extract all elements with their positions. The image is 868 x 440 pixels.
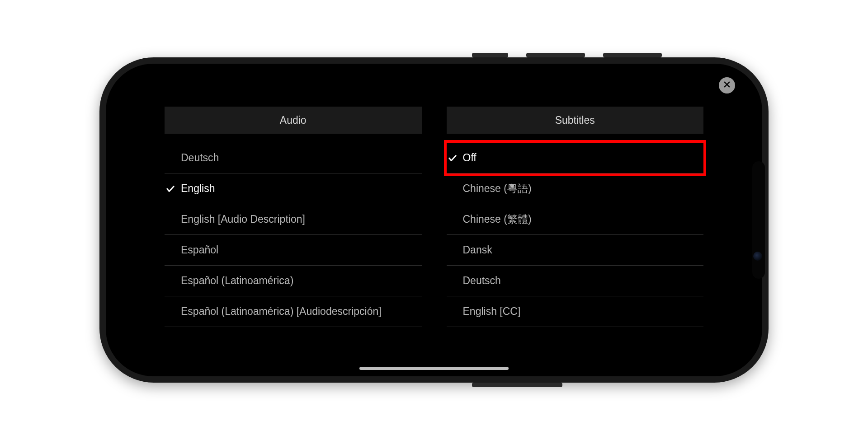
- phone-frame: Audio DeutschEnglishEnglish [Audio Descr…: [99, 57, 769, 383]
- audio-column: Audio DeutschEnglishEnglish [Audio Descr…: [165, 107, 422, 358]
- audio-option[interactable]: Deutsch: [165, 143, 422, 173]
- notch: [752, 161, 765, 279]
- camera-lens: [753, 252, 762, 261]
- side-button: [472, 53, 508, 57]
- close-icon: [723, 80, 731, 90]
- screen: Audio DeutschEnglishEnglish [Audio Descr…: [106, 64, 762, 376]
- audio-header: Audio: [165, 107, 422, 134]
- subtitle-options-list: OffChinese (粵語)Chinese (繁體)DanskDeutschE…: [447, 143, 704, 327]
- audio-option[interactable]: Español (Latinoamérica): [165, 266, 422, 296]
- subtitle-option-label: Deutsch: [463, 275, 501, 287]
- subtitle-option[interactable]: Deutsch: [447, 266, 704, 296]
- audio-option-label: Español (Latinoamérica): [181, 275, 293, 287]
- audio-option-label: Español (Latinoamérica) [Audiodescripció…: [181, 305, 382, 318]
- audio-option[interactable]: English [Audio Description]: [165, 204, 422, 235]
- volume-up-button: [526, 53, 585, 57]
- audio-option-label: English [Audio Description]: [181, 213, 305, 225]
- audio-option[interactable]: Español: [165, 235, 422, 266]
- subtitle-option-label: English [CC]: [463, 305, 521, 318]
- home-indicator: [359, 367, 509, 370]
- subtitle-option-label: Chinese (繁體): [463, 212, 532, 226]
- subtitles-header-label: Subtitles: [555, 114, 595, 126]
- subtitle-option[interactable]: Chinese (繁體): [447, 204, 704, 235]
- subtitle-option-label: Off: [463, 152, 476, 164]
- subtitle-option[interactable]: English [CC]: [447, 296, 704, 327]
- volume-down-button: [603, 53, 662, 57]
- subtitles-column: Subtitles OffChinese (粵語)Chinese (繁體)Dan…: [447, 107, 704, 358]
- audio-option[interactable]: English: [165, 173, 422, 204]
- check-icon: [448, 153, 458, 163]
- audio-header-label: Audio: [280, 114, 307, 126]
- check-icon: [165, 184, 175, 194]
- subtitle-option[interactable]: Chinese (粵語): [447, 173, 704, 204]
- audio-option[interactable]: Español (Latinoamérica) [Audiodescripció…: [165, 296, 422, 327]
- close-button[interactable]: [719, 77, 735, 94]
- audio-option-label: Deutsch: [181, 152, 219, 164]
- subtitle-option[interactable]: Off: [447, 143, 704, 173]
- subtitle-option[interactable]: Dansk: [447, 235, 704, 266]
- audio-options-list: DeutschEnglishEnglish [Audio Description…: [165, 143, 422, 327]
- audio-option-label: Español: [181, 244, 218, 256]
- subtitles-header: Subtitles: [447, 107, 704, 134]
- audio-option-label: English: [181, 183, 215, 195]
- power-button: [472, 383, 562, 387]
- subtitle-option-label: Chinese (粵語): [463, 182, 532, 196]
- subtitle-option-label: Dansk: [463, 244, 492, 256]
